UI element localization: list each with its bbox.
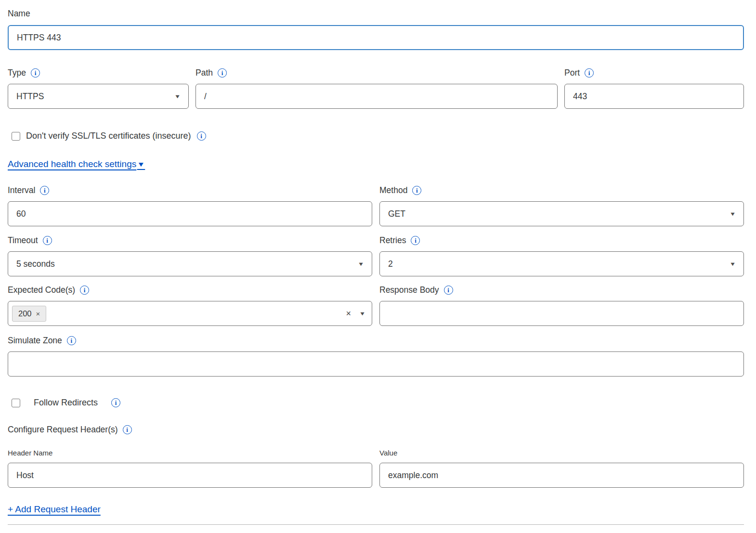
- follow-redirects-checkbox[interactable]: [12, 399, 20, 407]
- expected-code-chip: 200 ×: [12, 306, 46, 322]
- request-headers-info-icon[interactable]: i: [123, 425, 132, 434]
- timeout-select-value: 5 seconds: [16, 259, 55, 269]
- timeout-select[interactable]: 5 seconds ▼: [8, 251, 372, 276]
- advanced-settings-link[interactable]: Advanced health check settings ▼: [8, 159, 144, 169]
- timeout-info-icon[interactable]: i: [43, 236, 52, 245]
- expected-codes-label: Expected Code(s): [8, 285, 75, 295]
- header-name-input[interactable]: [8, 463, 372, 488]
- ssl-verify-info-icon[interactable]: i: [197, 131, 206, 141]
- interval-method-row: Interval i Method i GET ▼: [8, 185, 744, 226]
- simulate-zone-label: Simulate Zone: [8, 336, 62, 346]
- request-headers-label: Configure Request Header(s): [8, 425, 118, 435]
- ssl-verify-checkbox-row: Don't verify SSL/TLS certificates (insec…: [8, 131, 744, 141]
- caret-down-icon: ▼: [137, 160, 145, 168]
- chevron-down-icon: ▼: [174, 94, 181, 99]
- advanced-settings-link-label: Advanced health check settings: [8, 159, 136, 169]
- type-select-value: HTTPS: [16, 91, 44, 102]
- chevron-down-icon: ▼: [730, 261, 736, 267]
- port-label: Port: [564, 68, 580, 78]
- follow-redirects-row: Follow Redirects i: [8, 398, 744, 408]
- path-label: Path: [196, 68, 213, 78]
- follow-redirects-info-icon[interactable]: i: [111, 398, 120, 407]
- type-info-icon[interactable]: i: [31, 68, 40, 78]
- header-value-input[interactable]: [379, 463, 744, 488]
- add-request-header-link[interactable]: + Add Request Header: [8, 504, 101, 515]
- chevron-down-icon: ▼: [359, 311, 366, 316]
- expected-code-chip-value: 200: [18, 309, 32, 318]
- chip-remove-icon[interactable]: ×: [36, 310, 40, 317]
- method-info-icon[interactable]: i: [412, 186, 421, 195]
- timeout-retries-row: Timeout i 5 seconds ▼ Retries i 2 ▼: [8, 235, 744, 276]
- type-select[interactable]: HTTPS ▼: [8, 84, 189, 109]
- retries-select[interactable]: 2 ▼: [379, 251, 744, 276]
- simulate-zone-input[interactable]: [8, 351, 744, 377]
- method-label: Method: [379, 185, 407, 195]
- chevron-down-icon: ▼: [730, 211, 736, 217]
- path-input[interactable]: [196, 84, 558, 109]
- name-label: Name: [8, 9, 30, 19]
- clear-all-icon[interactable]: ×: [346, 309, 352, 318]
- ssl-verify-label: Don't verify SSL/TLS certificates (insec…: [26, 131, 191, 141]
- method-select[interactable]: GET ▼: [379, 201, 744, 226]
- simulate-zone-section: Simulate Zone i: [8, 336, 744, 377]
- simulate-zone-info-icon[interactable]: i: [67, 336, 76, 345]
- codes-body-row: Expected Code(s) i 200 × × ▼ Response Bo…: [8, 285, 744, 326]
- port-info-icon[interactable]: i: [585, 68, 594, 78]
- header-name-column-label: Header Name: [8, 449, 52, 457]
- type-label: Type: [8, 68, 26, 78]
- retries-info-icon[interactable]: i: [411, 236, 420, 245]
- interval-info-icon[interactable]: i: [40, 186, 49, 195]
- response-body-info-icon[interactable]: i: [444, 286, 453, 295]
- response-body-label: Response Body: [379, 285, 439, 295]
- chevron-down-icon: ▼: [358, 261, 365, 267]
- follow-redirects-label: Follow Redirects: [34, 398, 98, 408]
- port-input[interactable]: [564, 84, 744, 109]
- expected-codes-multiselect[interactable]: 200 × × ▼: [8, 301, 372, 326]
- interval-input[interactable]: [8, 201, 372, 226]
- retries-label: Retries: [379, 235, 406, 246]
- add-request-header-link-label: + Add Request Header: [8, 504, 101, 515]
- health-check-form: Name Type i HTTPS ▼ Path i Port i: [8, 0, 744, 525]
- path-info-icon[interactable]: i: [218, 68, 227, 78]
- section-divider: [8, 524, 744, 525]
- ssl-verify-checkbox[interactable]: [12, 132, 20, 141]
- request-header-row: Header Name Value: [8, 449, 744, 488]
- method-select-value: GET: [388, 209, 405, 219]
- retries-select-value: 2: [388, 259, 393, 269]
- timeout-label: Timeout: [8, 235, 38, 246]
- name-input[interactable]: [8, 25, 744, 50]
- expected-codes-info-icon[interactable]: i: [80, 286, 89, 295]
- header-value-column-label: Value: [379, 449, 397, 457]
- interval-label: Interval: [8, 185, 35, 195]
- response-body-input[interactable]: [379, 301, 744, 326]
- type-path-port-row: Type i HTTPS ▼ Path i Port i: [8, 68, 744, 109]
